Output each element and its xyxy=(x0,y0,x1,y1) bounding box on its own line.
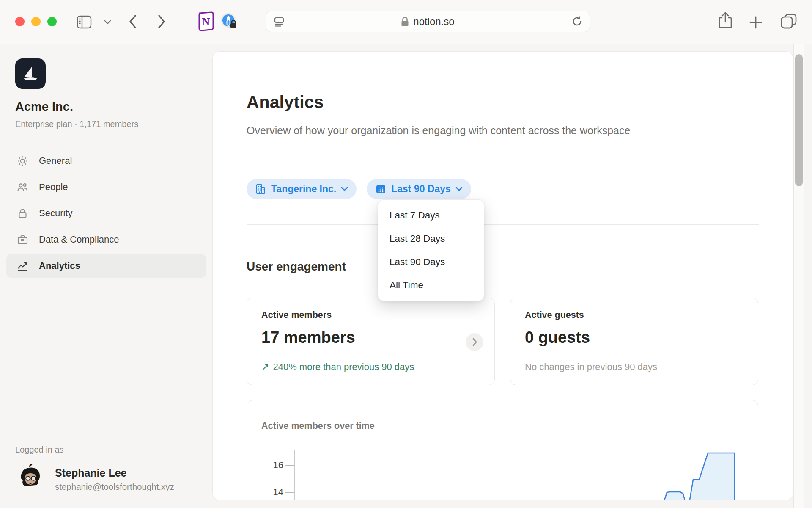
address-bar[interactable]: notion.so xyxy=(266,11,590,32)
logged-in-label: Logged in as xyxy=(15,445,64,455)
chevron-right-icon xyxy=(472,337,477,347)
stat-delta-text: 240% more than previous 90 days xyxy=(273,362,414,373)
traffic-lights xyxy=(15,17,57,26)
date-range-filter-pill[interactable]: Last 90 Days xyxy=(367,179,471,199)
sidebar-toggle-icon[interactable] xyxy=(77,15,92,29)
notion-extension-icon[interactable]: N xyxy=(197,11,215,31)
calendar-icon xyxy=(375,183,387,195)
avatar[interactable] xyxy=(14,461,47,494)
ytick-16: 16 xyxy=(263,460,283,471)
svg-text:N: N xyxy=(202,16,210,28)
sidebar-item-label: General xyxy=(39,155,72,166)
section-divider xyxy=(247,224,759,225)
workspace-meta: Enterprise plan · 1,171 members xyxy=(15,119,138,129)
building-icon xyxy=(255,183,266,195)
stat-label: Active members xyxy=(261,310,332,320)
stat-value: 0 guests xyxy=(525,329,590,347)
sidebar-nav: General People Security xyxy=(0,149,212,280)
sidebar-item-data-compliance[interactable]: Data & Compliance xyxy=(6,228,206,251)
chevron-down-icon xyxy=(455,187,463,191)
lock-icon xyxy=(17,208,28,219)
sidebar-item-label: People xyxy=(39,182,68,193)
browser-toolbar: N notion.so xyxy=(0,0,812,44)
zoom-window-button[interactable] xyxy=(47,17,57,26)
sidebar-item-analytics[interactable]: Analytics xyxy=(6,254,206,278)
forward-button-icon[interactable] xyxy=(157,14,166,29)
reload-icon[interactable] xyxy=(571,16,583,27)
ytick-mark xyxy=(285,465,294,466)
briefcase-icon xyxy=(17,234,28,246)
close-window-button[interactable] xyxy=(15,17,25,26)
sidebar-item-general[interactable]: General xyxy=(6,149,206,173)
back-button-icon[interactable] xyxy=(128,14,137,29)
new-tab-icon[interactable] xyxy=(749,16,763,29)
active-guests-card[interactable]: Active guests 0 guests No changes in pre… xyxy=(510,298,758,385)
tls-lock-icon xyxy=(401,17,409,27)
url-text: notion.so xyxy=(413,16,454,28)
sidebar-item-label: Security xyxy=(39,208,72,219)
people-icon xyxy=(17,182,28,193)
stat-label: Active guests xyxy=(525,310,584,320)
trend-chart-icon xyxy=(17,260,28,272)
workspace-filter-label: Tangerine Inc. xyxy=(271,183,336,195)
sidebar-item-security[interactable]: Security xyxy=(6,202,206,225)
stat-value: 17 members xyxy=(261,329,355,347)
date-range-filter-label: Last 90 Days xyxy=(391,183,451,195)
active-members-card[interactable]: Active members 17 members ↗ 240% more th… xyxy=(247,298,495,385)
workspace-name: Acme Inc. xyxy=(15,100,73,114)
filter-row: Tangerine Inc. Last 90 Days xyxy=(247,179,471,199)
user-engagement-title: User engagement xyxy=(247,260,346,273)
menu-item-last-28-days[interactable]: Last 28 Days xyxy=(378,227,484,250)
onepassword-extension-icon[interactable] xyxy=(220,12,238,30)
sidebar-item-people[interactable]: People xyxy=(6,175,206,199)
minimize-window-button[interactable] xyxy=(31,17,41,26)
scrollbar-thumb[interactable] xyxy=(795,54,803,186)
settings-sidebar: Acme Inc. Enterprise plan · 1,171 member… xyxy=(0,44,212,508)
ytick-14: 14 xyxy=(263,487,283,498)
workspace-logo xyxy=(15,58,46,89)
stat-cards-row: Active members 17 members ↗ 240% more th… xyxy=(247,298,758,385)
chevron-down-icon xyxy=(341,187,348,191)
ytick-mark xyxy=(285,492,294,493)
stat-delta: ↗ 240% more than previous 90 days xyxy=(261,362,414,373)
stat-delta: No changes in previous 90 days xyxy=(525,362,657,373)
sidebar-item-label: Data & Compliance xyxy=(39,234,119,245)
trend-up-icon: ↗ xyxy=(261,362,269,373)
tab-overview-icon[interactable] xyxy=(780,13,797,29)
analytics-panel: Analytics Overview of how your organizat… xyxy=(212,51,793,500)
user-name: Stephanie Lee xyxy=(55,467,127,479)
page-title: Analytics xyxy=(247,92,324,112)
gear-icon xyxy=(17,155,28,167)
menu-item-last-7-days[interactable]: Last 7 Days xyxy=(378,204,484,227)
toolbar-chevron-down-icon[interactable] xyxy=(104,20,111,25)
area-chart xyxy=(295,450,760,500)
date-range-menu: Last 7 Days Last 28 Days Last 90 Days Al… xyxy=(378,199,484,301)
share-icon[interactable] xyxy=(718,11,733,30)
workspace-filter-pill[interactable]: Tangerine Inc. xyxy=(247,179,357,199)
card-detail-button[interactable] xyxy=(466,333,483,351)
menu-item-last-90-days[interactable]: Last 90 Days xyxy=(378,250,484,273)
sidebar-item-label: Analytics xyxy=(39,260,80,271)
menu-item-all-time[interactable]: All Time xyxy=(378,273,484,297)
sailboat-icon xyxy=(21,64,40,83)
user-email: stephanie@toolsforthought.xyz xyxy=(55,482,174,492)
chart-title: Active members over time xyxy=(261,421,375,431)
active-members-chart-card: Active members over time 16 14 xyxy=(247,400,758,500)
page-description: Overview of how your organization is eng… xyxy=(247,122,648,139)
